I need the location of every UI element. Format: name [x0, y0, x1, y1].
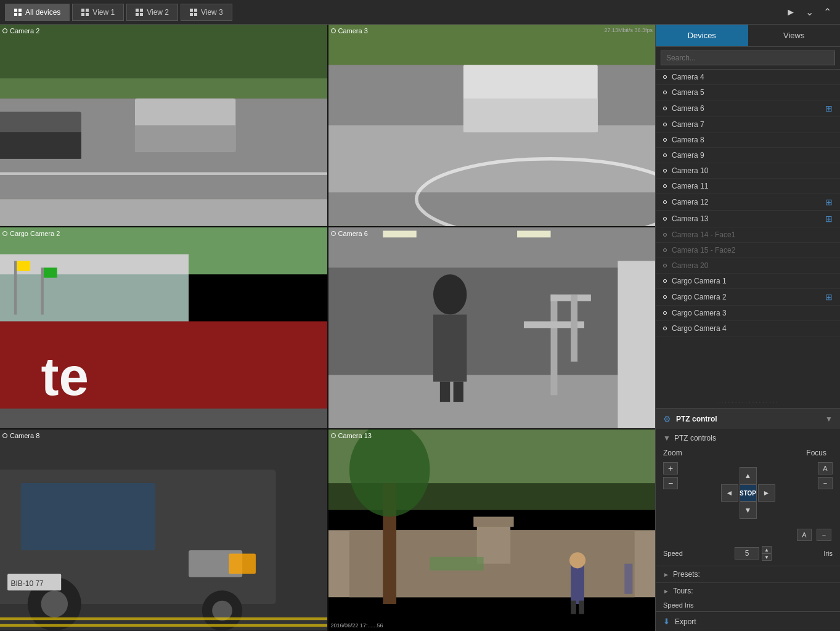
zoom-out-button[interactable]: − — [663, 477, 678, 489]
svg-point-78 — [569, 553, 585, 569]
speed-down-button[interactable]: ▼ — [762, 553, 772, 561]
camera-label-cam6: Camera 6 — [331, 230, 368, 237]
tab-view1[interactable]: View 1 — [72, 4, 124, 21]
cam-list-indicator — [663, 248, 667, 252]
focus-minus-button[interactable]: − — [818, 477, 833, 489]
camera-cell-cam13[interactable]: Camera 13 2016/06/22 17:......56 — [328, 429, 656, 631]
camera-grid: Camera 2 — [0, 25, 655, 631]
camera-list-item[interactable]: Camera 7 — [656, 117, 840, 132]
cam-list-name: Cargo Camera 4 — [672, 324, 833, 333]
camera-list-item[interactable]: Camera 15 - Face2 — [656, 243, 840, 258]
dpad-up-button[interactable]: ▲ — [740, 467, 757, 484]
cam-list-indicator — [663, 327, 667, 330]
svg-rect-10 — [136, 13, 139, 16]
speed-up-button[interactable]: ▲ — [762, 546, 772, 553]
dpad-row-top: ▲ — [721, 467, 775, 484]
camera-list-item[interactable]: Cargo Camera 1 — [656, 274, 840, 289]
export-icon: ⬇ — [663, 617, 670, 626]
ptz-section: ⚙ PTZ control ▼ ▼ PTZ controls Zoom Focu… — [656, 409, 840, 599]
grid-icon-v2 — [136, 9, 143, 16]
tab-devices[interactable]: Devices — [656, 25, 748, 46]
speed-input[interactable] — [735, 547, 759, 560]
camera-feed-cam3 — [328, 25, 656, 226]
camera-list-item[interactable]: Camera 8 — [656, 132, 840, 148]
tours-label: Tours: — [673, 587, 693, 595]
camera-list-item[interactable]: Camera 9 — [656, 148, 840, 163]
svg-rect-48 — [439, 381, 449, 402]
export-section[interactable]: ⬇ Export — [656, 611, 840, 631]
tab-views[interactable]: Views — [748, 25, 841, 46]
camera-label-cam3: Camera 3 — [331, 27, 368, 35]
camera-list-item[interactable]: Cargo Camera 4 — [656, 321, 840, 336]
camera-cell-cam8[interactable]: BIB-10 77 Camera 8 — [0, 429, 327, 631]
speed-iris-bottom-label: Speed Iris — [656, 599, 840, 611]
topbar-down-btn[interactable]: ⌄ — [802, 4, 817, 20]
camera-list-item[interactable]: Camera 10 — [656, 163, 840, 179]
zoom-minus2-button[interactable]: − — [817, 529, 831, 541]
dpad-down-button[interactable]: ▼ — [740, 502, 757, 519]
grid-icon-v1 — [81, 9, 89, 16]
camera-list-item[interactable]: Camera 14 - Face1 — [656, 227, 840, 243]
cam-list-grid-icon: ⊞ — [825, 214, 833, 224]
speed-control: ▲ ▼ — [735, 546, 772, 561]
svg-rect-39 — [14, 261, 17, 314]
cam-list-name: Camera 7 — [672, 120, 833, 129]
focus-buttons: A − — [818, 462, 833, 489]
cam-list-name: Camera 14 - Face1 — [672, 230, 833, 239]
dpad-left-button[interactable]: ◄ — [721, 484, 738, 502]
presets-row[interactable]: ► Presets: — [656, 566, 840, 582]
tab-view2[interactable]: View 2 — [126, 4, 178, 21]
camera-cell-cam6[interactable]: Camera 6 — [328, 227, 656, 429]
cam-indicator-cargo2 — [2, 231, 7, 236]
camera-list-item[interactable]: Camera 12⊞ — [656, 194, 840, 211]
cam-list-indicator — [663, 153, 667, 157]
svg-rect-13 — [194, 9, 197, 12]
camera-list-item[interactable]: Camera 6⊞ — [656, 100, 840, 117]
camera-list-item[interactable]: Camera 11 — [656, 179, 840, 194]
camera-cell-cam2[interactable]: Camera 2 — [0, 25, 327, 226]
ptz-stop-button[interactable]: STOP — [740, 484, 757, 502]
camera-list-item[interactable]: Cargo Camera 2⊞ — [656, 289, 840, 306]
camera-list-item[interactable]: Camera 13⊞ — [656, 211, 840, 227]
svg-rect-82 — [473, 517, 513, 527]
focus-a-button[interactable]: A — [818, 462, 833, 474]
cam-list-name: Camera 15 - Face2 — [672, 246, 833, 254]
svg-rect-28 — [328, 125, 656, 192]
svg-rect-70 — [0, 624, 327, 627]
tab-all-devices[interactable]: All devices — [5, 4, 70, 21]
camera-cell-cargo2[interactable]: te Cargo Camera 2 — [0, 227, 327, 429]
cam-list-indicator — [663, 233, 667, 237]
camera-list-item[interactable]: Cargo Camera 3 — [656, 306, 840, 321]
search-input[interactable] — [661, 51, 835, 65]
cam-list-name: Camera 13 — [672, 214, 820, 223]
svg-rect-6 — [81, 13, 84, 16]
svg-rect-47 — [433, 314, 466, 381]
ptz-header[interactable]: ⚙ PTZ control ▼ — [656, 409, 840, 429]
main-layout: Camera 2 — [0, 25, 840, 631]
camera-label-cam13: Camera 13 — [331, 432, 372, 439]
dpad-right-button[interactable]: ► — [758, 484, 775, 502]
panel-search-container — [656, 47, 840, 70]
camera-list-item[interactable]: Camera 20 — [656, 258, 840, 274]
cam-list-indicator — [663, 75, 667, 79]
topbar-up-btn[interactable]: ⌃ — [820, 4, 835, 20]
cam-list-indicator — [663, 107, 667, 110]
cam-list-indicator — [663, 91, 667, 94]
camera-list-item[interactable]: Camera 4 — [656, 70, 840, 85]
tours-row[interactable]: ► Tours: — [656, 582, 840, 599]
zoom-a-button[interactable]: A — [797, 529, 812, 541]
svg-rect-42 — [44, 267, 57, 277]
svg-rect-84 — [624, 564, 632, 594]
camera-list-item[interactable]: Camera 5 — [656, 85, 840, 100]
cam-list-name: Camera 10 — [672, 166, 833, 175]
gear-icon: ⚙ — [663, 414, 671, 424]
cam-list-indicator — [663, 279, 667, 283]
svg-text:te: te — [41, 346, 89, 406]
camera-feed-cam8: BIB-10 77 — [0, 429, 327, 631]
camera-cell-cam3[interactable]: Camera 3 27.13Mbit/s 36.3fps — [328, 25, 656, 226]
zoom-in-button[interactable]: + — [663, 462, 678, 474]
tab-view3[interactable]: View 3 — [181, 4, 232, 21]
topbar-forward-btn[interactable]: ► — [782, 4, 799, 20]
export-label: Export — [675, 617, 696, 626]
ptz-sub-header[interactable]: ▼ PTZ controls — [663, 434, 833, 442]
